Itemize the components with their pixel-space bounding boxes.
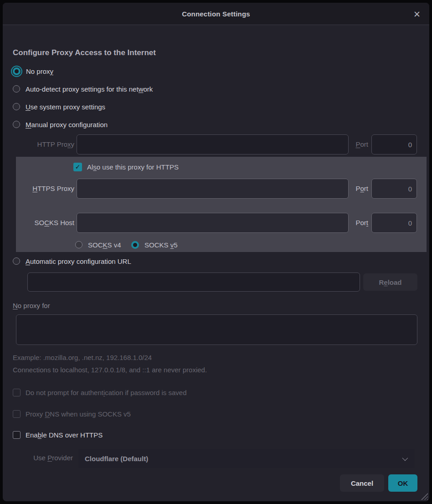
radio-manual-proxy-label: Manual proxy configuration [26, 121, 108, 129]
radio-no-proxy[interactable] [13, 67, 21, 75]
socks-host-label: SOCKS Host [13, 213, 74, 233]
no-proxy-for-label: No proxy for [13, 302, 50, 309]
socks-host-input[interactable] [77, 213, 349, 233]
radio-system-proxy-label: Use system proxy settings [26, 103, 105, 111]
share-proxy-checkbox-row[interactable]: ✓ Also use this proxy for HTTPS [73, 161, 179, 172]
no-prompt-auth-row[interactable]: Do not prompt for authentication if pass… [13, 387, 187, 398]
connection-settings-dialog: Connection Settings ✕ Configure Proxy Ac… [3, 3, 429, 501]
dialog-title: Connection Settings [182, 10, 250, 18]
page-title: Configure Proxy Access to the Internet [13, 48, 156, 57]
http-proxy-input[interactable] [77, 134, 349, 154]
http-port-label: Port [341, 134, 368, 154]
share-proxy-label: Also use this proxy for HTTPS [87, 163, 179, 171]
socks-port-label: Port [341, 213, 368, 233]
radio-system-proxy[interactable] [13, 103, 20, 110]
check-icon: ✓ [75, 164, 81, 170]
radio-auto-url-label: Automatic proxy configuration URL [26, 257, 131, 265]
radio-row-auto-url[interactable]: Automatic proxy configuration URL [13, 256, 131, 267]
no-proxy-example-text: Example: .mozilla.org, .net.nz, 192.168.… [13, 354, 152, 361]
http-port-input[interactable] [371, 134, 417, 154]
dialog-titlebar: Connection Settings ✕ [3, 3, 429, 25]
radio-socks-v5-label: SOCKS v5 [144, 241, 178, 249]
ok-button[interactable]: OK [388, 474, 417, 492]
radio-auto-detect-label: Auto-detect proxy settings for this netw… [26, 85, 153, 93]
https-port-input[interactable] [371, 179, 417, 199]
https-proxy-input[interactable] [77, 179, 349, 199]
proxy-dns-socks5-label: Proxy DNS when using SOCKS v5 [26, 410, 131, 418]
radio-row-socks-v4[interactable]: SOCKS v4 [75, 239, 121, 250]
radio-socks-v4-label: SOCKS v4 [88, 241, 121, 249]
radio-socks-v5[interactable] [131, 241, 139, 249]
no-proxy-for-textarea[interactable] [16, 314, 417, 345]
reload-button[interactable]: Reload [363, 273, 417, 291]
radio-auto-detect[interactable] [13, 85, 20, 93]
cancel-button[interactable]: Cancel [340, 474, 384, 492]
http-proxy-label: HTTP Proxy [13, 134, 74, 154]
resize-grip[interactable] [421, 493, 428, 500]
enable-doh-label: Enable DNS over HTTPS [26, 431, 103, 439]
enable-doh-checkbox[interactable] [13, 431, 21, 439]
radio-row-no-proxy[interactable]: No proxy [13, 66, 53, 77]
doh-provider-select[interactable]: Cloudflare (Default) [78, 449, 415, 468]
radio-row-manual-proxy[interactable]: Manual proxy configuration [13, 119, 108, 130]
radio-row-system-proxy[interactable]: Use system proxy settings [13, 101, 105, 112]
use-provider-label: Use Provider [13, 454, 73, 462]
chevron-down-icon [402, 455, 408, 461]
https-port-label: Port [341, 179, 368, 199]
https-proxy-label: HTTPS Proxy [13, 179, 74, 199]
share-proxy-checkbox[interactable]: ✓ [73, 163, 82, 171]
radio-manual-proxy[interactable] [13, 121, 20, 128]
radio-row-auto-detect[interactable]: Auto-detect proxy settings for this netw… [13, 83, 153, 94]
close-button[interactable]: ✕ [410, 7, 424, 21]
socks-port-input[interactable] [371, 213, 417, 233]
proxy-dns-socks5-checkbox[interactable] [13, 410, 21, 418]
doh-provider-value: Cloudflare (Default) [85, 455, 148, 463]
radio-row-socks-v5[interactable]: SOCKS v5 [131, 239, 178, 250]
radio-auto-url[interactable] [13, 257, 20, 265]
enable-doh-row[interactable]: Enable DNS over HTTPS [13, 429, 103, 440]
auto-url-input[interactable] [27, 273, 360, 292]
close-icon: ✕ [413, 9, 421, 19]
radio-no-proxy-label: No proxy [26, 67, 53, 75]
no-prompt-auth-label: Do not prompt for authentication if pass… [26, 389, 187, 396]
no-prompt-auth-checkbox[interactable] [13, 389, 21, 396]
radio-socks-v4[interactable] [75, 241, 82, 248]
localhost-note-text: Connections to localhost, 127.0.0.1/8, a… [13, 366, 207, 374]
proxy-dns-socks5-row[interactable]: Proxy DNS when using SOCKS v5 [13, 408, 131, 419]
